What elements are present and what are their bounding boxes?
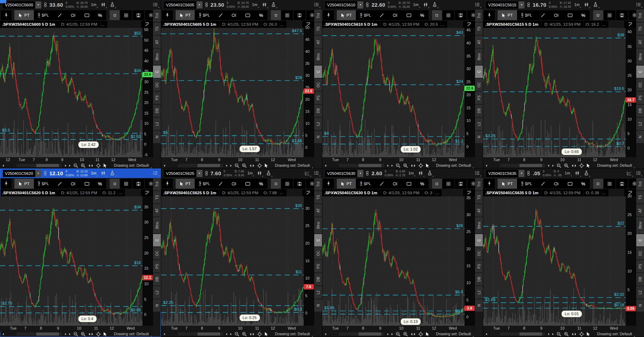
step-left-icon[interactable] [547, 164, 549, 167]
zoom-out-icon[interactable] [235, 163, 239, 168]
tab-at[interactable]: AT [314, 36, 322, 48]
timeframe-button[interactable]: 1m [573, 2, 581, 8]
tab-ps[interactable]: PS [314, 260, 322, 272]
scrollbar[interactable] [178, 332, 223, 336]
symbol-text[interactable]: V250401C5600 [3, 1, 35, 8]
tab-btns[interactable]: Btns [314, 217, 322, 233]
tab-oc[interactable]: OC [314, 247, 322, 259]
pl-button[interactable]: $$PL [517, 179, 536, 189]
pin-button[interactable] [484, 179, 495, 189]
save-grid-button[interactable] [616, 10, 628, 20]
step-right-icon[interactable] [69, 164, 71, 167]
crosshair-icon[interactable] [579, 332, 584, 337]
scrollbar-thumb[interactable] [198, 332, 220, 336]
zoom-in-icon[interactable] [81, 163, 86, 168]
tab-at[interactable]: AT [153, 204, 161, 216]
pan-arrows-icon[interactable] [249, 332, 255, 336]
pointer-icon[interactable] [265, 163, 268, 168]
tab-l2[interactable]: L2 [314, 286, 322, 299]
tab-l2[interactable]: L2 [636, 118, 644, 130]
tab-db[interactable]: DB [636, 273, 644, 286]
price-axis[interactable]: 0510152025303512.1 [142, 196, 153, 326]
timeframe-button[interactable]: 1m [412, 2, 420, 8]
tab-ps[interactable]: PS [475, 92, 483, 104]
time-axis[interactable]: Tue789101112Wed [161, 326, 314, 331]
line-tool-button[interactable] [375, 10, 388, 20]
pointer-icon[interactable] [103, 163, 107, 168]
symbol-dropdown-button[interactable]: ▾ [518, 170, 524, 177]
tab-n[interactable]: N [153, 299, 161, 312]
chart-area[interactable]: $52$34$5.5$2.53Lo: 2.42 -505101520253035… [0, 28, 153, 157]
tab-ts[interactable]: TS [636, 191, 644, 203]
ohlc-ellipsis[interactable]: ... [279, 189, 286, 196]
pin-button[interactable] [162, 10, 173, 20]
symbol-text[interactable]: V250401C5625 [164, 170, 196, 177]
pan-arrows-icon[interactable] [88, 332, 93, 336]
tab-trd[interactable]: Trd [153, 178, 161, 190]
pt-button[interactable]: PT [176, 10, 195, 20]
price-axis[interactable]: 05101520253035404522.6 [464, 28, 475, 157]
line-tool-button[interactable] [53, 10, 66, 20]
timeframe-button[interactable]: 1m [247, 170, 254, 176]
step-right-icon[interactable] [230, 164, 232, 167]
layout-single-button[interactable] [593, 179, 603, 189]
scrollbar[interactable] [339, 332, 384, 336]
tab-c[interactable]: C [314, 66, 322, 78]
tab-l2[interactable]: L2 [475, 286, 483, 299]
tab-db[interactable]: DB [636, 105, 644, 117]
zoom-in-icon[interactable] [403, 163, 408, 168]
scroll-left-icon[interactable] [324, 333, 327, 336]
crosshair-icon[interactable] [579, 163, 584, 168]
step-left-icon[interactable] [387, 333, 389, 336]
chart-menu-icon[interactable] [474, 2, 481, 8]
symbol-dropdown-button[interactable]: ▾ [196, 1, 202, 8]
pan-arrows-icon[interactable] [571, 164, 577, 167]
crosshair-icon[interactable] [96, 163, 101, 168]
symbol-input[interactable]: V250401C5620 ▾ [3, 170, 41, 177]
time-axis[interactable]: Tue789101112Wed [322, 157, 475, 163]
tab-ps[interactable]: PS [475, 260, 483, 272]
layout-single-button[interactable] [432, 10, 442, 20]
symbol-dropdown-button[interactable]: ▾ [357, 1, 363, 8]
layout-grid-button[interactable] [604, 179, 615, 189]
percent-tool-button[interactable]: % [577, 10, 590, 20]
scrollbar-thumb[interactable] [359, 332, 381, 336]
tab-at[interactable]: AT [475, 204, 483, 216]
oval-tool-button[interactable] [227, 179, 241, 189]
layout-single-button[interactable] [432, 179, 442, 189]
tab-trd[interactable]: Trd [314, 178, 322, 190]
timeframe-button[interactable]: 1m [408, 170, 415, 176]
chart-menu-icon[interactable] [636, 170, 642, 176]
rect-tool-button[interactable] [80, 10, 94, 20]
pt-button[interactable]: PT [14, 179, 34, 189]
chart-area[interactable]: $43$24$4$1.1Lo: 1.02 0510152025303540452… [322, 28, 475, 157]
tab-at[interactable]: AT [153, 36, 161, 48]
tab-l2[interactable]: L2 [475, 118, 483, 130]
tab-ps[interactable]: PS [153, 260, 161, 272]
percent-tool-button[interactable]: % [416, 179, 429, 189]
zoom-out-icon[interactable] [396, 163, 401, 168]
step-left-icon[interactable] [387, 164, 389, 167]
layout-grid-button[interactable] [281, 179, 293, 189]
chart-style-icon[interactable] [100, 2, 107, 8]
tab-c[interactable]: C [636, 66, 644, 78]
chart-style-icon[interactable] [261, 2, 268, 8]
chart-menu-icon[interactable] [636, 2, 642, 8]
tab-trd[interactable]: Trd [636, 178, 644, 190]
tab-ts[interactable]: TS [153, 191, 161, 203]
studies-flask-icon[interactable] [266, 170, 272, 177]
chart-style-icon[interactable] [423, 2, 429, 8]
pl-button[interactable]: $$PL [195, 179, 214, 189]
zoom-out-icon[interactable] [396, 332, 401, 337]
symbol-input[interactable]: V250401C5615 ▾ [486, 1, 524, 8]
time-axis[interactable]: Tue789101112Wed [322, 326, 475, 331]
ohlc-ellipsis[interactable]: ... [602, 21, 609, 28]
pin-button[interactable] [323, 10, 334, 20]
scroll-left-icon[interactable] [163, 333, 165, 336]
scrollbar-thumb[interactable] [36, 332, 59, 336]
crosshair-icon[interactable] [257, 332, 262, 337]
chart-area[interactable]: $26$6.5$1.85$0.9Lo: 0.19 051015202530352… [322, 196, 475, 326]
scrollbar-thumb[interactable] [520, 332, 542, 336]
zoom-out-icon[interactable] [557, 163, 561, 168]
tab-ts[interactable]: TS [475, 23, 483, 35]
